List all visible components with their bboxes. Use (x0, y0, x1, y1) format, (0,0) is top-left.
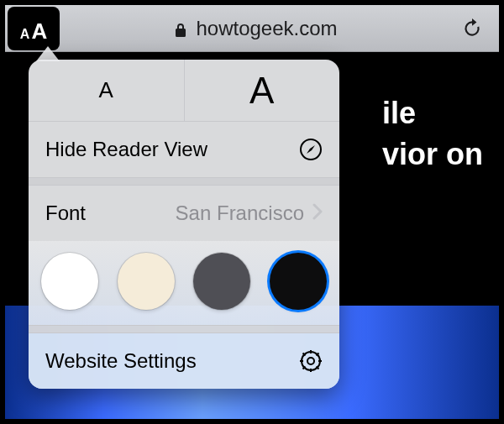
theme-swatch-row (29, 241, 339, 325)
safari-icon (299, 138, 323, 161)
lock-icon (174, 20, 187, 37)
screenshot-frame: ile vior on A A howtogeek.com A (0, 0, 504, 424)
article-heading-fragment: ile vior on (382, 93, 483, 175)
gear-icon (299, 349, 323, 373)
separator-2 (29, 325, 339, 333)
increase-font-size-button[interactable]: A (185, 60, 340, 121)
font-picker-row[interactable]: Font San Francisco (29, 186, 339, 241)
font-value: San Francisco (86, 202, 312, 225)
decrease-font-size-button[interactable]: A (29, 60, 185, 121)
theme-black-swatch[interactable] (270, 253, 327, 310)
url-field[interactable]: howtogeek.com (60, 17, 452, 40)
chevron-right-icon (312, 202, 323, 225)
theme-sepia-swatch[interactable] (118, 253, 175, 310)
reader-popover: A A Hide Reader View Font San Francisco (29, 60, 339, 389)
text-size-button[interactable]: A A (8, 7, 60, 50)
big-a-glyph: A (31, 18, 47, 44)
address-bar: A A howtogeek.com (5, 5, 499, 52)
theme-white-swatch[interactable] (41, 253, 98, 310)
hide-reader-view-label: Hide Reader View (45, 138, 207, 161)
article-line-2: vior on (382, 134, 483, 175)
svg-point-10 (307, 358, 314, 364)
font-size-row: A A (29, 60, 339, 122)
small-a-glyph: A (20, 27, 30, 42)
font-label: Font (45, 202, 86, 225)
small-a-label: A (99, 77, 113, 103)
website-settings-label: Website Settings (45, 349, 197, 373)
hide-reader-view-button[interactable]: Hide Reader View (29, 122, 339, 177)
large-a-label: A (249, 70, 274, 112)
domain-text: howtogeek.com (196, 17, 337, 40)
reload-button[interactable] (452, 8, 492, 49)
reload-icon (461, 18, 483, 39)
website-settings-button[interactable]: Website Settings (29, 333, 339, 389)
separator (29, 177, 339, 186)
article-line-1: ile (382, 93, 483, 134)
theme-grey-swatch[interactable] (193, 253, 250, 310)
